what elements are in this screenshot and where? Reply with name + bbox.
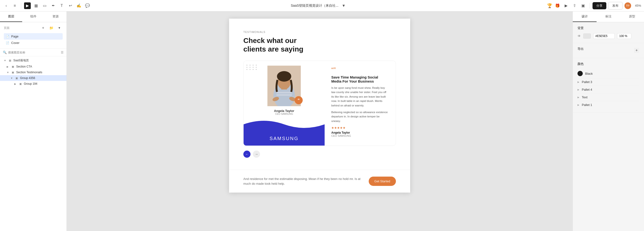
text-tool[interactable]: T [58, 3, 65, 9]
tab-prototype[interactable]: 原型 [620, 12, 644, 22]
svg-rect-3 [276, 94, 292, 96]
group-icon: ▣ [18, 82, 22, 85]
samsung-brand-area: SAMSUNG [244, 131, 324, 146]
rect-tool[interactable]: ▭ [41, 3, 48, 9]
search-input[interactable] [8, 51, 59, 54]
device-preview[interactable]: ▣ [580, 3, 586, 9]
pages-label: 页面 [4, 26, 10, 30]
toolbar-center: SaaS登陆页视觉设计（来自社... ▼ [93, 3, 545, 9]
dot [253, 69, 254, 70]
layer-section-testimonials[interactable]: ▼ ▣ Section Testimonails [0, 69, 66, 75]
heading-line2: clients are saying [243, 45, 304, 53]
color-item-pallet1[interactable]: ▶ Pallet 1 [578, 101, 639, 109]
menu-button[interactable]: ≡ [12, 3, 18, 9]
layer-group-4356[interactable]: ▼ ▣ Group 4356 [0, 75, 66, 81]
bg-color-swatch[interactable] [583, 33, 591, 39]
page-item-page[interactable]: 📄 Page [4, 33, 63, 40]
share-button[interactable]: 分享 [592, 2, 606, 9]
layer-saas[interactable]: ▼ ▦ SaaS落地页 [0, 57, 66, 64]
frame-icon: ▦ [8, 59, 12, 62]
dot [253, 67, 254, 68]
person-name: Angela Taylor [244, 109, 324, 113]
filter-icon[interactable]: ☰ [61, 51, 64, 54]
card-body2: Believing neglected so so allowance exis… [331, 110, 389, 123]
tab-annotation[interactable]: 标注 [596, 12, 620, 22]
gift-icon[interactable]: 🎁 [554, 3, 561, 9]
tab-design[interactable]: 设计 [573, 12, 596, 22]
color-item-pallet4[interactable]: ▶ Pallet 4 [578, 86, 639, 93]
expand-icon: ▶ [7, 65, 10, 68]
color-item-black[interactable]: Black [578, 69, 639, 78]
chevron-right-icon: ▶ [578, 81, 580, 83]
quote-mark: “” [331, 67, 389, 73]
toolbar: ‹ ≡ ▶ ▦ ▭ ✒ T ↩ ✍ 💬 SaaS登陆页视觉设计（来自社... ▼… [0, 0, 644, 12]
publish-button[interactable]: 发布 [608, 2, 622, 10]
dot [250, 65, 250, 66]
color-swatch-black [578, 71, 583, 76]
export-label: 导出 [578, 47, 584, 51]
layer-section-cta[interactable]: ▶ ▣ Section CTA [0, 64, 66, 69]
title-dropdown[interactable]: ▼ [340, 3, 347, 9]
search-icon: 🔍 [3, 51, 7, 54]
cta-button[interactable]: Get Started [369, 177, 396, 186]
color-name-pallet4: Pallet 4 [582, 88, 639, 91]
play-button[interactable]: ▶ [563, 3, 570, 9]
user-avatar[interactable]: T? [624, 3, 631, 9]
separator-2 [590, 3, 590, 9]
expand-icon: ▼ [7, 71, 10, 74]
opacity-input[interactable] [617, 33, 631, 39]
canvas-area: TESTIMONIALS Check what our clients are … [67, 12, 572, 231]
back-button[interactable]: ‹ [3, 3, 10, 9]
layer-label: Group 194 [24, 82, 63, 85]
cta-text: And residence for met the estimable disp… [243, 177, 362, 186]
select-tool[interactable]: ▶ [24, 3, 31, 9]
card-body1: Is be upon sang fond must shew. Really b… [331, 86, 389, 108]
tab-layers[interactable]: 图层 [0, 12, 22, 22]
comment-tool[interactable]: 💬 [84, 3, 91, 9]
pen-tool[interactable]: ✒ [50, 3, 56, 9]
folder-icon[interactable]: 📁 [48, 25, 54, 31]
wave-svg [244, 117, 324, 131]
samsung-label: SAMSUNG [270, 136, 299, 141]
person-info: Angela Taylor CEO SAMSUNG [244, 106, 324, 117]
upload-icon[interactable]: ⇧ [571, 3, 578, 9]
visibility-icon[interactable]: 👁 [578, 34, 581, 38]
color-name-pallet1: Pallet 1 [582, 103, 639, 107]
cover-doc-icon: 📄 [6, 41, 9, 45]
file-title: SaaS登陆页视觉设计（来自社... [291, 4, 338, 8]
colors-label: 颜色 [578, 62, 639, 66]
dot [246, 69, 248, 70]
prev-button[interactable]: ← [243, 151, 250, 158]
tab-assets[interactable]: 资源 [44, 12, 66, 22]
colors-section: 颜色 Black ▶ Pallet 3 ▶ Pallet 4 ▶ Text ▶ … [573, 58, 644, 113]
color-item-pallet3[interactable]: ▶ Pallet 3 [578, 78, 639, 86]
dot [256, 65, 257, 66]
path-tool[interactable]: ↩ [67, 3, 74, 9]
hex-input[interactable] [593, 33, 615, 39]
add-page-icon[interactable]: + [40, 25, 46, 31]
component-icon: ▣ [11, 65, 15, 68]
tab-components[interactable]: 组件 [22, 12, 44, 22]
reviewer-title: CEO SAMSUNG [331, 134, 389, 137]
right-tab-bar: 设计 标注 原型 [573, 12, 644, 22]
background-row: 👁 [578, 33, 639, 39]
expand-icon: ▼ [4, 59, 7, 62]
next-button[interactable]: → [253, 151, 260, 158]
star-rating: ★★★★★ [331, 126, 389, 130]
pages-section: 页面 + 📁 ▼ 📄 Page 📄 Cover [0, 22, 66, 49]
pages-header: 页面 + 📁 ▼ [4, 25, 63, 31]
person-photo-container: “ [268, 66, 301, 106]
page-item-cover[interactable]: 📄 Cover [4, 40, 63, 46]
add-export-button[interactable]: + [634, 48, 639, 53]
svg-point-6 [277, 71, 291, 82]
color-item-text[interactable]: ▶ Text [578, 93, 639, 101]
person-title: CEO SAMSUNG [244, 113, 324, 115]
heading-line1: Check what our [243, 37, 296, 44]
card-right: “” Save Time Managing Social Media For Y… [324, 61, 396, 146]
frame-tool[interactable]: ▦ [33, 3, 39, 9]
canvas-page: TESTIMONIALS Check what our clients are … [229, 19, 410, 192]
chevron-down-icon[interactable]: ▼ [56, 25, 63, 31]
hand-tool[interactable]: ✍ [76, 3, 82, 9]
layer-group-194[interactable]: ▶ ▣ Group 194 [0, 81, 66, 87]
chevron-right-icon: ▶ [578, 88, 580, 91]
